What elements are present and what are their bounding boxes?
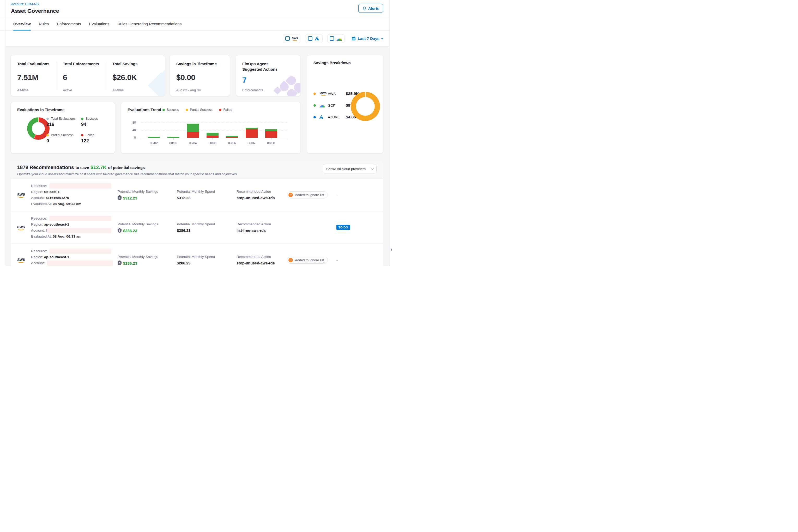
recommendations-suffix-text: of potential savings bbox=[108, 165, 145, 170]
alerts-label: Alerts bbox=[368, 6, 379, 11]
partial-success-count: 0 bbox=[46, 138, 81, 144]
monthly-spend-value: $286.23 bbox=[177, 261, 236, 265]
aws-checkbox[interactable] bbox=[285, 36, 290, 41]
legend-item-azure: AZURE $4.88 bbox=[314, 115, 359, 119]
pencil-icon[interactable]: ✎ bbox=[391, 247, 394, 253]
added-to-ignore-list-pill[interactable]: Added to Ignore list bbox=[287, 256, 328, 264]
success-count: 94 bbox=[81, 122, 98, 127]
trend-bar-08/07[interactable]: 08/07 bbox=[242, 122, 261, 138]
added-to-ignore-list-pill[interactable]: Added to Ignore list bbox=[287, 191, 328, 198]
trend-x-label: 08/03 bbox=[169, 141, 177, 145]
trend-x-label: 08/06 bbox=[228, 141, 236, 145]
left-gutter-divider bbox=[5, 0, 6, 266]
savings-in-timeframe-caption: Aug 02 - Aug 09 bbox=[176, 88, 224, 92]
minus-circle-icon bbox=[288, 193, 293, 197]
money-bag-icon bbox=[118, 196, 121, 200]
redacted-resource bbox=[49, 216, 111, 221]
legend-item-aws: aws AWS $25.9K bbox=[314, 91, 359, 96]
savings-breakdown-donut-chart[interactable] bbox=[351, 92, 380, 121]
status-dash: - bbox=[337, 258, 338, 262]
recommendations-header: 1879 Recommendations to save $12.7K of p… bbox=[11, 160, 383, 178]
redacted-resource bbox=[49, 183, 111, 189]
right-side-panel: ✎ bbox=[390, 0, 399, 266]
account-value: 511616801275 bbox=[46, 196, 69, 200]
tab-evaluations[interactable]: Evaluations bbox=[89, 17, 110, 31]
date-range-dropdown[interactable]: Last 7 Days ▾ bbox=[351, 36, 383, 41]
account-breadcrumb-link[interactable]: Account: CCM-NG bbox=[11, 2, 39, 6]
failed-dot bbox=[219, 109, 222, 111]
evaluated-at-value: 08 Aug, 06:33 am bbox=[53, 234, 81, 239]
tab-enforcements[interactable]: Enforcements bbox=[57, 17, 81, 31]
evaluations-in-timeframe-card: Evaluations in Timeframe Total Evaluatio… bbox=[11, 102, 115, 153]
savings-in-timeframe-title: Savings in Timeframe bbox=[176, 61, 224, 66]
recommendation-row[interactable]: aws Resource: Region: ap-southeast-1 Acc… bbox=[11, 244, 383, 266]
trend-x-label: 08/07 bbox=[247, 141, 255, 145]
region-value: ap-southeast-1 bbox=[44, 223, 69, 226]
date-range-label: Last 7 Days bbox=[358, 36, 379, 41]
tab-rules-generating-recommendations[interactable]: Rules Generating Recommendations bbox=[117, 17, 182, 31]
azure-legend-label: AZURE bbox=[328, 115, 346, 119]
finops-agent-title: FinOps Agent Suggested Actions bbox=[242, 61, 287, 72]
todo-status-badge: TO DO bbox=[337, 225, 350, 230]
evaluations-in-timeframe-title: Evaluations in Timeframe bbox=[17, 108, 109, 112]
cloud-provider-filter-select[interactable]: Show: All cloud providers bbox=[323, 164, 377, 173]
failed-count: 122 bbox=[81, 138, 98, 144]
evaluated-at-value: 08 Aug, 06:32 am bbox=[53, 202, 81, 206]
trend-y-axis: 04080 bbox=[129, 122, 137, 138]
monthly-spend-value: $286.23 bbox=[177, 228, 236, 233]
account-value: I bbox=[46, 228, 47, 232]
gcp-logo-icon: ☁ bbox=[336, 36, 342, 42]
trend-bar-08/04[interactable]: 08/04 bbox=[183, 122, 203, 138]
recommended-action-value: list-free-aws-rds bbox=[236, 228, 287, 233]
chevron-down-icon bbox=[371, 167, 374, 170]
kpi-summary-card: Total Evaluations 7.51M All-time Total E… bbox=[11, 55, 165, 96]
tab-overview[interactable]: Overview bbox=[13, 17, 31, 31]
provider-filter-aws[interactable]: aws bbox=[283, 34, 300, 43]
aws-logo-icon: aws bbox=[17, 225, 25, 230]
aws-legend-dot bbox=[314, 93, 316, 95]
total-evaluations-title: Total Evaluations bbox=[17, 61, 57, 66]
failed-dot bbox=[81, 134, 83, 136]
legend-item-failed: Failed 122 bbox=[81, 133, 98, 144]
gcp-legend-label: GCP bbox=[328, 103, 346, 108]
savings-breakdown-card: Savings Breakdown aws AWS $25.9K ☁ GCP $… bbox=[307, 55, 383, 153]
total-evaluations-dot bbox=[46, 118, 49, 120]
azure-checkbox[interactable] bbox=[308, 36, 312, 41]
partial-success-dot bbox=[46, 134, 49, 136]
potential-savings-total: $12.7K bbox=[91, 165, 107, 170]
bell-icon bbox=[362, 6, 367, 11]
monthly-spend-value: $312.23 bbox=[177, 196, 236, 200]
trend-x-label: 08/05 bbox=[208, 141, 216, 145]
total-savings-caption: All-time bbox=[112, 88, 165, 92]
gcp-logo-icon: ☁ bbox=[319, 102, 328, 109]
trend-bar-chart[interactable]: 08/0208/0308/0408/0508/0608/0708/08 bbox=[141, 122, 287, 138]
tab-bar: Overview Rules Enforcements Evaluations … bbox=[0, 17, 390, 31]
trend-bar-08/08[interactable]: 08/08 bbox=[261, 122, 281, 138]
total-enforcements-caption: Active bbox=[63, 88, 106, 92]
tab-rules[interactable]: Rules bbox=[39, 17, 49, 31]
legend-item-partial-success: Partial Success 0 bbox=[46, 133, 81, 144]
trend-bar-08/02[interactable]: 08/02 bbox=[144, 122, 164, 138]
monthly-savings-value: $286.23 bbox=[123, 261, 137, 265]
provider-filter-azure[interactable] bbox=[305, 34, 323, 43]
total-evaluations-count: 216 bbox=[46, 122, 81, 127]
recommendation-row[interactable]: aws Resource: Region: us-east-1 Account:… bbox=[11, 179, 383, 211]
recommended-action-value: stop-unused-aws-rds bbox=[236, 196, 287, 200]
gcp-checkbox[interactable] bbox=[330, 36, 334, 41]
recommendations-mid-text: to save bbox=[76, 165, 89, 170]
legend-item-success: Success 94 bbox=[81, 117, 98, 127]
trend-x-label: 08/04 bbox=[189, 141, 197, 145]
total-enforcements-title: Total Enforcements bbox=[63, 61, 106, 66]
trend-bar-08/05[interactable]: 08/05 bbox=[203, 122, 222, 138]
page-header: Account: CCM-NG Asset Governance Alerts bbox=[0, 0, 390, 17]
money-bag-icon bbox=[118, 229, 121, 233]
provider-filter-gcp[interactable]: ☁ bbox=[327, 34, 345, 43]
trend-bar-08/06[interactable]: 08/06 bbox=[222, 122, 242, 138]
partial-success-dot bbox=[186, 109, 188, 111]
evaluations-trend-card: Evaluations Trend Success Partial Succes… bbox=[121, 102, 300, 153]
trend-bar-08/03[interactable]: 08/03 bbox=[164, 122, 183, 138]
recommendation-row[interactable]: aws Resource: Region: ap-southeast-1 Acc… bbox=[11, 211, 383, 243]
alerts-button[interactable]: Alerts bbox=[358, 4, 383, 13]
recommendations-count: 1879 Recommendations bbox=[17, 165, 74, 170]
status-dash: - bbox=[337, 193, 338, 197]
